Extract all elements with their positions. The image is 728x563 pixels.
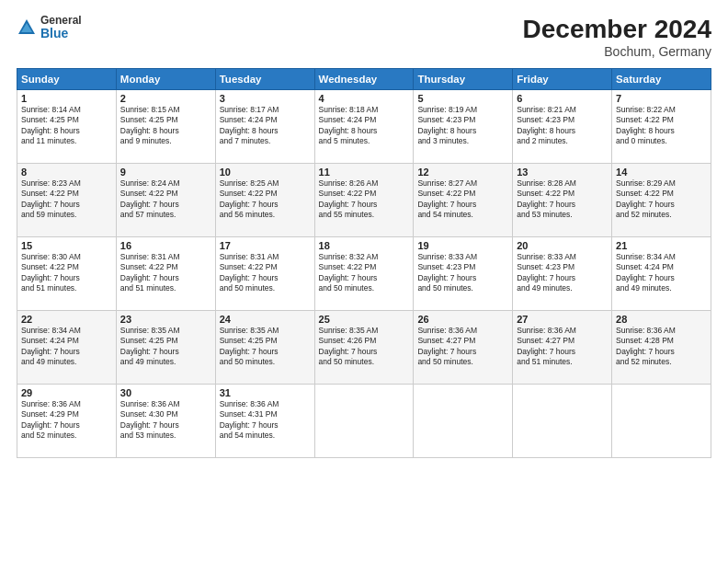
day-number: 29: [21, 387, 112, 398]
calendar-cell: 24Sunrise: 8:35 AM Sunset: 4:25 PM Dayli…: [215, 311, 314, 385]
day-info: Sunrise: 8:26 AM Sunset: 4:22 PM Dayligh…: [319, 178, 410, 221]
day-number: 2: [120, 93, 211, 104]
day-number: 28: [616, 314, 707, 325]
calendar-cell: 7Sunrise: 8:22 AM Sunset: 4:22 PM Daylig…: [612, 90, 711, 164]
day-info: Sunrise: 8:19 AM Sunset: 4:23 PM Dayligh…: [417, 105, 508, 147]
day-number: 19: [417, 240, 508, 251]
logo-blue: Blue: [40, 27, 82, 40]
calendar-cell: 23Sunrise: 8:35 AM Sunset: 4:25 PM Dayli…: [116, 311, 215, 385]
col-thursday: Thursday: [414, 69, 513, 90]
day-number: 11: [319, 167, 410, 178]
page: General Blue December 2024 Bochum, Germa…: [0, 0, 728, 563]
calendar-table: Sunday Monday Tuesday Wednesday Thursday…: [17, 68, 711, 458]
day-info: Sunrise: 8:25 AM Sunset: 4:22 PM Dayligh…: [220, 178, 311, 221]
day-number: 7: [616, 93, 707, 104]
calendar-cell: 15Sunrise: 8:30 AM Sunset: 4:22 PM Dayli…: [17, 237, 117, 311]
calendar-cell: 3Sunrise: 8:17 AM Sunset: 4:24 PM Daylig…: [215, 90, 314, 164]
calendar-cell: 27Sunrise: 8:36 AM Sunset: 4:27 PM Dayli…: [513, 311, 612, 385]
calendar-cell: 25Sunrise: 8:35 AM Sunset: 4:26 PM Dayli…: [314, 311, 414, 385]
day-number: 1: [21, 93, 112, 104]
week-row-1: 1Sunrise: 8:14 AM Sunset: 4:25 PM Daylig…: [17, 90, 711, 164]
header: General Blue December 2024 Bochum, Germa…: [17, 15, 711, 59]
day-info: Sunrise: 8:22 AM Sunset: 4:22 PM Dayligh…: [616, 105, 707, 147]
day-number: 26: [417, 314, 508, 325]
day-number: 16: [120, 240, 211, 251]
day-info: Sunrise: 8:36 AM Sunset: 4:29 PM Dayligh…: [21, 399, 112, 442]
day-info: Sunrise: 8:21 AM Sunset: 4:23 PM Dayligh…: [517, 105, 608, 147]
col-wednesday: Wednesday: [314, 69, 414, 90]
day-info: Sunrise: 8:18 AM Sunset: 4:24 PM Dayligh…: [319, 105, 410, 147]
calendar-cell: 31Sunrise: 8:36 AM Sunset: 4:31 PM Dayli…: [215, 385, 314, 458]
day-info: Sunrise: 8:36 AM Sunset: 4:27 PM Dayligh…: [517, 326, 608, 368]
calendar-cell: 11Sunrise: 8:26 AM Sunset: 4:22 PM Dayli…: [314, 164, 414, 237]
calendar-cell: 20Sunrise: 8:33 AM Sunset: 4:23 PM Dayli…: [513, 237, 612, 311]
col-monday: Monday: [116, 69, 215, 90]
calendar-cell: 6Sunrise: 8:21 AM Sunset: 4:23 PM Daylig…: [513, 90, 612, 164]
calendar-cell: 5Sunrise: 8:19 AM Sunset: 4:23 PM Daylig…: [414, 90, 513, 164]
col-friday: Friday: [513, 69, 612, 90]
calendar-cell: 29Sunrise: 8:36 AM Sunset: 4:29 PM Dayli…: [17, 385, 117, 458]
day-number: 6: [517, 93, 608, 104]
day-info: Sunrise: 8:31 AM Sunset: 4:22 PM Dayligh…: [220, 252, 311, 294]
day-info: Sunrise: 8:30 AM Sunset: 4:22 PM Dayligh…: [21, 252, 112, 294]
calendar-cell: 13Sunrise: 8:28 AM Sunset: 4:22 PM Dayli…: [513, 164, 612, 237]
calendar-cell: 21Sunrise: 8:34 AM Sunset: 4:24 PM Dayli…: [612, 237, 711, 311]
day-info: Sunrise: 8:34 AM Sunset: 4:24 PM Dayligh…: [616, 252, 707, 294]
col-tuesday: Tuesday: [215, 69, 314, 90]
day-info: Sunrise: 8:35 AM Sunset: 4:26 PM Dayligh…: [319, 326, 410, 368]
col-saturday: Saturday: [612, 69, 711, 90]
day-info: Sunrise: 8:33 AM Sunset: 4:23 PM Dayligh…: [417, 252, 508, 294]
day-number: 17: [220, 240, 311, 251]
day-number: 9: [120, 167, 211, 178]
calendar-cell: 30Sunrise: 8:36 AM Sunset: 4:30 PM Dayli…: [116, 385, 215, 458]
calendar-cell: 2Sunrise: 8:15 AM Sunset: 4:25 PM Daylig…: [116, 90, 215, 164]
day-number: 14: [616, 167, 707, 178]
calendar-cell: [513, 385, 612, 458]
week-row-4: 22Sunrise: 8:34 AM Sunset: 4:24 PM Dayli…: [17, 311, 711, 385]
day-info: Sunrise: 8:35 AM Sunset: 4:25 PM Dayligh…: [220, 326, 311, 368]
calendar-cell: 19Sunrise: 8:33 AM Sunset: 4:23 PM Dayli…: [414, 237, 513, 311]
day-number: 25: [319, 314, 410, 325]
calendar-cell: [612, 385, 711, 458]
header-row: Sunday Monday Tuesday Wednesday Thursday…: [17, 69, 711, 90]
week-row-5: 29Sunrise: 8:36 AM Sunset: 4:29 PM Dayli…: [17, 385, 711, 458]
calendar-cell: 4Sunrise: 8:18 AM Sunset: 4:24 PM Daylig…: [314, 90, 414, 164]
day-info: Sunrise: 8:36 AM Sunset: 4:28 PM Dayligh…: [616, 326, 707, 368]
calendar-cell: 14Sunrise: 8:29 AM Sunset: 4:22 PM Dayli…: [612, 164, 711, 237]
page-title: December 2024: [523, 15, 711, 44]
day-info: Sunrise: 8:36 AM Sunset: 4:30 PM Dayligh…: [120, 399, 211, 442]
day-info: Sunrise: 8:31 AM Sunset: 4:22 PM Dayligh…: [120, 252, 211, 294]
calendar-cell: 16Sunrise: 8:31 AM Sunset: 4:22 PM Dayli…: [116, 237, 215, 311]
day-info: Sunrise: 8:35 AM Sunset: 4:25 PM Dayligh…: [120, 326, 211, 368]
calendar-cell: 28Sunrise: 8:36 AM Sunset: 4:28 PM Dayli…: [612, 311, 711, 385]
calendar-cell: 9Sunrise: 8:24 AM Sunset: 4:22 PM Daylig…: [116, 164, 215, 237]
day-number: 13: [517, 167, 608, 178]
day-number: 22: [21, 314, 112, 325]
day-info: Sunrise: 8:24 AM Sunset: 4:22 PM Dayligh…: [120, 178, 211, 221]
day-number: 4: [319, 93, 410, 104]
calendar-cell: 22Sunrise: 8:34 AM Sunset: 4:24 PM Dayli…: [17, 311, 117, 385]
day-info: Sunrise: 8:36 AM Sunset: 4:31 PM Dayligh…: [220, 399, 311, 442]
day-number: 31: [220, 387, 311, 398]
calendar-cell: 10Sunrise: 8:25 AM Sunset: 4:22 PM Dayli…: [215, 164, 314, 237]
day-info: Sunrise: 8:14 AM Sunset: 4:25 PM Dayligh…: [21, 105, 112, 147]
day-info: Sunrise: 8:17 AM Sunset: 4:24 PM Dayligh…: [220, 105, 311, 147]
calendar-cell: 18Sunrise: 8:32 AM Sunset: 4:22 PM Dayli…: [314, 237, 414, 311]
day-info: Sunrise: 8:32 AM Sunset: 4:22 PM Dayligh…: [319, 252, 410, 294]
day-number: 30: [120, 387, 211, 398]
day-number: 8: [21, 167, 112, 178]
day-number: 23: [120, 314, 211, 325]
logo: General Blue: [17, 15, 82, 41]
day-info: Sunrise: 8:15 AM Sunset: 4:25 PM Dayligh…: [120, 105, 211, 147]
calendar-cell: 17Sunrise: 8:31 AM Sunset: 4:22 PM Dayli…: [215, 237, 314, 311]
day-number: 20: [517, 240, 608, 251]
day-info: Sunrise: 8:27 AM Sunset: 4:22 PM Dayligh…: [417, 178, 508, 221]
day-info: Sunrise: 8:34 AM Sunset: 4:24 PM Dayligh…: [21, 326, 112, 368]
day-number: 5: [417, 93, 508, 104]
week-row-2: 8Sunrise: 8:23 AM Sunset: 4:22 PM Daylig…: [17, 164, 711, 237]
logo-text: General Blue: [40, 15, 82, 41]
day-number: 10: [220, 167, 311, 178]
day-info: Sunrise: 8:33 AM Sunset: 4:23 PM Dayligh…: [517, 252, 608, 294]
day-number: 12: [417, 167, 508, 178]
page-subtitle: Bochum, Germany: [523, 44, 711, 59]
